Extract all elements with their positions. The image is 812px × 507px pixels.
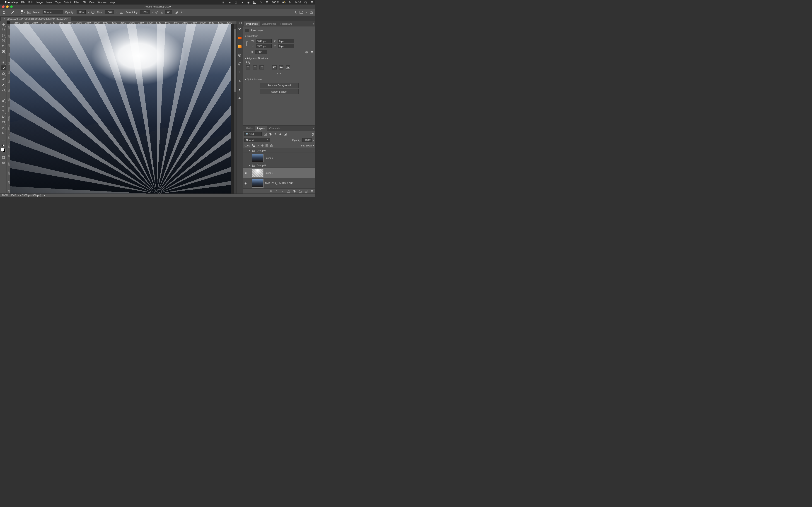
crop-tool[interactable]	[1, 44, 6, 49]
layer-name[interactable]: Layer 7	[265, 157, 314, 159]
layer-thumbnail[interactable]	[252, 169, 263, 177]
tab-layers[interactable]: Layers	[255, 126, 267, 130]
collapse-panels-icon[interactable]: ◀◀	[239, 22, 242, 24]
panel-menu-icon[interactable]: ≡	[313, 22, 314, 25]
battery-icon[interactable]: ⚡	[282, 1, 286, 4]
filter-type-icon[interactable]: T	[273, 133, 277, 136]
brush-preset-picker[interactable]: 67 ▾	[20, 10, 25, 14]
brush-tool[interactable]	[1, 65, 6, 70]
cloud-icon[interactable]: ☁	[241, 1, 244, 4]
status-caret-icon[interactable]: ▶	[44, 194, 45, 196]
select-subject-button[interactable]: Select Subject	[260, 89, 299, 94]
siri-icon[interactable]: ◉	[247, 1, 250, 4]
history-brush-tool[interactable]	[1, 76, 6, 81]
layer-name[interactable]: 20161029_144615-2.CR2	[265, 182, 314, 185]
wifi-icon[interactable]	[265, 1, 269, 4]
menubar-time[interactable]: 14:10	[295, 1, 301, 4]
visibility-icon[interactable]: ◉	[244, 182, 247, 185]
x-input[interactable]: 0 px	[278, 39, 294, 43]
document-tab[interactable]: × 20161029_144720-2.psd @ 200% (Layer 9,…	[1, 17, 71, 21]
link-layers-icon[interactable]: ⌘	[269, 190, 272, 193]
align-top-icon[interactable]	[272, 65, 276, 69]
flip-horizontal-icon[interactable]	[305, 51, 309, 54]
brush-settings-panel-icon[interactable]	[238, 27, 242, 32]
cloud-sync-icon[interactable]: ☁	[228, 1, 231, 4]
layer-row[interactable]: ◉Layer 9	[243, 168, 315, 178]
add-mask-icon[interactable]	[287, 190, 290, 193]
zoom-tool[interactable]	[1, 130, 6, 135]
lock-position-icon[interactable]	[261, 144, 264, 147]
height-input[interactable]: 3365 px	[256, 44, 272, 48]
eyedropper-tool[interactable]	[1, 55, 6, 60]
transform-section-header[interactable]: ▾Transform	[245, 34, 314, 38]
zoom-level[interactable]: 200%	[2, 194, 8, 197]
quick-mask-button[interactable]	[1, 155, 6, 160]
smoothing-options-icon[interactable]	[155, 10, 159, 14]
menu-edit[interactable]: Edit	[28, 1, 33, 4]
path-select-tool[interactable]	[1, 114, 6, 119]
pen-tool[interactable]	[1, 103, 6, 108]
keyboard-icon[interactable]: A	[253, 1, 256, 4]
cc-icon[interactable]: ◎	[221, 1, 225, 4]
pressure-size-icon[interactable]	[174, 10, 178, 14]
layer-row[interactable]: ◉20161029_144615-2.CR2	[243, 178, 315, 188]
layer-thumbnail[interactable]	[252, 179, 263, 188]
layer-fx-icon[interactable]: fx	[275, 190, 278, 193]
menu-select[interactable]: Select	[64, 1, 71, 4]
menu-image[interactable]: Image	[36, 1, 43, 4]
menu-view[interactable]: View	[89, 1, 95, 4]
brush-settings-icon[interactable]	[28, 10, 31, 14]
width-input[interactable]: 5048 px	[256, 39, 272, 43]
y-input[interactable]: 0 px	[278, 44, 294, 48]
filter-pixel-icon[interactable]	[263, 133, 267, 136]
layer-row[interactable]: Layer 7	[243, 153, 315, 163]
character-panel-icon[interactable]: A	[238, 79, 242, 83]
share-icon[interactable]	[309, 10, 313, 14]
brushes-panel-icon-2[interactable]	[238, 45, 242, 49]
flow-input[interactable]: 100%	[105, 10, 114, 14]
document-dimensions[interactable]: 5048 px x 3365 px (300 ppi)	[10, 194, 41, 197]
airbrush-icon[interactable]	[120, 10, 123, 14]
screen-mode-button[interactable]	[1, 161, 6, 165]
gradient-tool[interactable]	[1, 87, 6, 92]
info-panel-icon[interactable]: i	[238, 62, 242, 66]
search-icon[interactable]	[293, 10, 297, 14]
type-tool[interactable]: T	[1, 109, 6, 114]
menu-window[interactable]: Window	[98, 1, 106, 4]
layer-thumbnail[interactable]	[252, 154, 263, 162]
align-bottom-icon[interactable]	[286, 65, 290, 69]
vertical-scrollbar[interactable]	[234, 24, 237, 193]
flow-chevron[interactable]: ▾	[116, 11, 117, 13]
tab-channels[interactable]: Channels	[267, 126, 282, 130]
layer-name[interactable]: Group 5	[257, 164, 314, 167]
layers-menu-icon[interactable]: ≡	[313, 127, 314, 130]
opacity-input[interactable]: 12%	[77, 10, 86, 14]
window-close-button[interactable]	[2, 5, 5, 8]
filter-toggle-icon[interactable]	[312, 133, 314, 136]
document-canvas[interactable]	[10, 24, 231, 193]
lock-transparency-icon[interactable]	[252, 144, 255, 147]
layer-filter-select[interactable]: 🔍Kind▾	[245, 132, 262, 136]
layer-name[interactable]: Group 6	[257, 149, 314, 152]
home-button[interactable]	[2, 10, 6, 14]
rotation-input[interactable]: 0,00°	[255, 50, 267, 54]
menu-help[interactable]: Help	[110, 1, 115, 4]
frame-tool[interactable]	[1, 49, 6, 54]
flip-vertical-icon[interactable]	[310, 50, 314, 54]
brush-tool-icon[interactable]	[11, 10, 14, 14]
tab-properties[interactable]: Properties	[244, 21, 260, 26]
menu-file[interactable]: File	[21, 1, 25, 4]
angle-input[interactable]: 0°	[165, 10, 172, 14]
fill-chevron[interactable]: ▾	[313, 145, 314, 147]
paragraph-panel-icon[interactable]: ¶	[238, 88, 242, 92]
menu-type[interactable]: Type	[55, 1, 61, 4]
menu-layer[interactable]: Layer	[46, 1, 52, 4]
navigator-panel-icon[interactable]	[238, 53, 242, 57]
fill-input[interactable]: 100%	[306, 144, 312, 147]
window-zoom-button[interactable]	[10, 5, 13, 8]
tab-histogram[interactable]: Histogram	[278, 21, 294, 26]
smoothing-chevron[interactable]: ▾	[152, 11, 153, 13]
tab-paths[interactable]: Paths	[244, 126, 255, 130]
blend-mode-select[interactable]: Normal▾	[43, 10, 63, 14]
menu-filter[interactable]: Filter	[74, 1, 80, 4]
